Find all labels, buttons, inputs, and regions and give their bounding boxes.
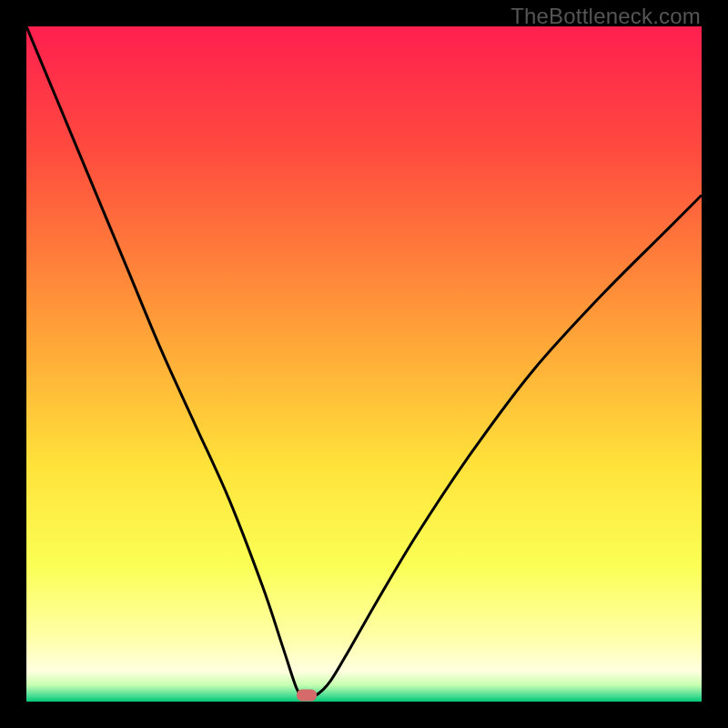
chart-frame: TheBottleneck.com [0, 0, 728, 728]
watermark-text: TheBottleneck.com [511, 4, 701, 29]
bottleneck-curve [26, 26, 702, 702]
plot-area [26, 26, 702, 702]
optimum-marker [297, 689, 317, 701]
